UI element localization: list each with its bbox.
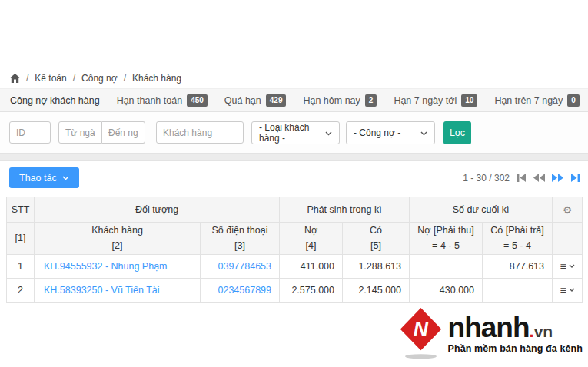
tab-badge: 450: [187, 94, 208, 107]
menu-icon: ≡: [560, 261, 566, 272]
phone-link[interactable]: 0234567899: [218, 285, 271, 296]
customer-search-input[interactable]: [156, 121, 244, 144]
id-input[interactable]: [9, 121, 51, 144]
breadcrumb-separator: /: [124, 73, 126, 84]
breadcrumb: / Kế toán / Công nợ / Khách hàng: [0, 68, 588, 89]
phone-link[interactable]: 0397784653: [218, 261, 271, 272]
tab-han-thanh-toan[interactable]: Hạn thanh toán 450: [108, 89, 216, 111]
credit-value: 1.288.613: [343, 255, 410, 279]
tab-badge: 2: [365, 94, 377, 107]
from-date-input[interactable]: [58, 121, 102, 144]
table-group-header-row: STT Đối tượng Phát sinh trong kì Số dư c…: [7, 197, 583, 223]
table-sub-header-row: [1] Khách hàng[2] Số điện thoại[3] Nợ[4]…: [7, 223, 583, 255]
col-header-so-du: Số dư cuối kì: [410, 197, 553, 223]
logo-tagline: Phần mềm bán hàng đa kênh: [448, 343, 583, 354]
section-divider: [0, 153, 588, 161]
nhanh-logo: N nhanh.vn Phần mềm bán hàng đa kênh: [399, 306, 583, 360]
chevron-down-icon: [569, 264, 575, 268]
sub-header-so-dien-thoai: Số điện thoại[3]: [201, 223, 280, 255]
debt-table: STT Đối tượng Phát sinh trong kì Số dư c…: [6, 197, 583, 303]
first-page-icon[interactable]: [517, 174, 527, 182]
tab-han-7-ngay-toi[interactable]: Hạn 7 ngày tới 10: [385, 89, 486, 111]
tab-han-hom-nay[interactable]: Hạn hôm nay 2: [294, 89, 385, 111]
chevron-down-icon: [62, 176, 69, 180]
prev-page-icon[interactable]: [533, 174, 545, 182]
debit-value: 2.575.000: [280, 279, 343, 303]
debt-customer-page: / Kế toán / Công nợ / Khách hàng Công nợ…: [0, 0, 588, 367]
sub-header-co: Có[5]: [343, 223, 410, 255]
to-date-input[interactable]: [102, 121, 145, 144]
home-icon[interactable]: [10, 74, 20, 83]
column-settings-gear-icon[interactable]: ⚙: [563, 204, 572, 216]
nhanh-logo-text: nhanh.vn Phần mềm bán hàng đa kênh: [448, 313, 583, 354]
tab-badge: 10: [461, 94, 477, 107]
tab-badge: 429: [266, 94, 287, 107]
tab-badge: 0: [567, 94, 580, 107]
debit-value: 411.000: [280, 255, 343, 279]
table-row: 1 KH.94555932 - Nhung Phạm 0397784653 41…: [7, 255, 583, 279]
tab-bar: Công nợ khách hàng Hạn thanh toán 450 Qu…: [0, 89, 588, 112]
sub-header-co-phai-tra: Có [Phải trả]= 5 - 4: [483, 223, 553, 255]
main-content: Thao tác 1 - 30 / 302: [6, 161, 582, 303]
actions-dropdown-button[interactable]: Thao tác: [9, 167, 79, 188]
breadcrumb-item-cong-no[interactable]: Công nợ: [81, 73, 118, 84]
sub-header-khach-hang: Khách hàng[2]: [35, 223, 201, 255]
sub-header-no: Nợ[4]: [280, 223, 343, 255]
sub-header-no-phai-thu: Nợ [Phải thu]= 4 - 5: [410, 223, 483, 255]
customer-link[interactable]: KH.94555932 - Nhung Phạm: [44, 261, 168, 272]
payable-value: [483, 279, 553, 303]
filter-bar: - Loại khách hàng - - Công nợ - Lọc: [0, 112, 588, 153]
row-index: 2: [7, 279, 35, 303]
next-page-icon[interactable]: [552, 174, 563, 182]
col-header-stt: STT: [7, 197, 35, 223]
col-header-doi-tuong: Đối tượng: [35, 197, 280, 223]
row-actions-menu[interactable]: ≡: [560, 285, 574, 296]
toolbar-row: Thao tác 1 - 30 / 302: [6, 161, 582, 197]
tab-han-tren-7-ngay[interactable]: Hạn trên 7 ngày 0: [486, 89, 588, 111]
customer-type-select[interactable]: - Loại khách hàng -: [251, 121, 340, 144]
menu-icon: ≡: [560, 285, 566, 296]
pagination: 1 - 30 / 302: [463, 173, 582, 184]
logo-brand: nhanh: [448, 313, 530, 342]
table-row: 2 KH.58393250 - Vũ Tiến Tài 0234567899 2…: [7, 279, 583, 303]
sub-header-actions: [553, 223, 583, 255]
breadcrumb-item-ke-toan[interactable]: Kế toán: [35, 73, 66, 84]
chevron-down-icon: [325, 127, 332, 138]
nhanh-logo-icon: N: [399, 306, 443, 360]
breadcrumb-item-khach-hang[interactable]: Khách hàng: [132, 73, 181, 84]
chevron-down-icon: [420, 127, 427, 138]
payable-value: 877.613: [483, 255, 553, 279]
sub-header-index: [1]: [7, 223, 35, 255]
breadcrumb-separator: /: [26, 73, 28, 84]
row-index: 1: [7, 255, 35, 279]
col-header-phat-sinh: Phát sinh trong kì: [280, 197, 410, 223]
svg-text:N: N: [413, 318, 428, 341]
tab-qua-han[interactable]: Quá hạn 429: [216, 89, 295, 111]
debt-select[interactable]: - Công nợ -: [346, 121, 435, 144]
tab-cong-no-khach-hang[interactable]: Công nợ khách hàng: [2, 89, 108, 111]
customer-link[interactable]: KH.58393250 - Vũ Tiến Tài: [44, 285, 160, 296]
logo-suffix: vn: [534, 322, 553, 341]
receivable-value: [410, 255, 483, 279]
breadcrumb-separator: /: [73, 73, 75, 84]
receivable-value: 430.000: [410, 279, 483, 303]
credit-value: 2.145.000: [343, 279, 410, 303]
pagination-range: 1 - 30 / 302: [463, 173, 510, 184]
last-page-icon[interactable]: [570, 174, 580, 182]
chevron-down-icon: [569, 288, 575, 292]
filter-button[interactable]: Lọc: [443, 121, 471, 144]
date-range-group: [58, 121, 145, 144]
row-actions-menu[interactable]: ≡: [560, 261, 574, 272]
